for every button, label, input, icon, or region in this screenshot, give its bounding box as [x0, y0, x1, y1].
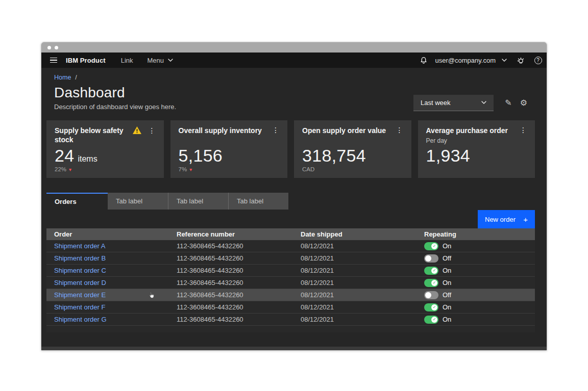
card-title: Average purchase order — [426, 126, 520, 136]
reference-number: 112-3608465-4432260 — [169, 279, 293, 286]
table-row-hovered[interactable]: Shipment order E 112-3608465-4432260 08/… — [46, 289, 535, 301]
repeating-toggle[interactable]: ✓ — [424, 254, 438, 263]
table-row[interactable]: Shipment order G 112-3608465-4432260 08/… — [46, 314, 535, 326]
toggle-label: On — [443, 279, 451, 286]
tab-bar: Orders Tab label Tab label Tab label — [46, 193, 547, 210]
column-header-order[interactable]: Order — [46, 230, 169, 238]
header-controls: Last week ✎ ⚙ — [413, 91, 531, 114]
help-icon: ? — [534, 57, 542, 64]
column-header-reference[interactable]: Reference number — [169, 230, 293, 238]
toggle-knob: ✓ — [431, 317, 437, 323]
card-supply-below-safety-stock: Supply below safety stock ⋮ 24 items — [46, 120, 164, 178]
toggle-label: On — [443, 316, 451, 323]
overflow-menu-icon[interactable]: ⋮ — [272, 126, 279, 134]
toggle-label: On — [443, 267, 451, 274]
check-icon: ✓ — [433, 305, 436, 309]
card-average-purchase-order: Average purchase order ⋮ Per day 1,934 — [418, 120, 535, 178]
overflow-menu-icon[interactable]: ⋮ — [396, 126, 403, 134]
tab-orders[interactable]: Orders — [46, 193, 108, 210]
card-value: 318,754 — [302, 147, 366, 164]
top-navbar: IBM Product Link Menu user@company.com — [41, 53, 547, 68]
repeating-toggle[interactable]: ✓ — [424, 303, 438, 311]
window-control-dot[interactable] — [55, 46, 58, 49]
page-header: Home / Dashboard Description of dashboar… — [41, 68, 547, 114]
chevron-down-icon — [481, 101, 486, 104]
check-icon: ✓ — [433, 318, 436, 322]
product-name: IBM Product — [66, 57, 106, 64]
repeating-toggle[interactable]: ✓ — [424, 267, 438, 275]
toggle-label: On — [443, 242, 451, 250]
toggle-knob: ✓ — [431, 243, 437, 249]
new-order-button[interactable]: New order + — [478, 210, 535, 228]
nav-link[interactable]: Link — [121, 57, 133, 64]
breadcrumb: Home / — [54, 74, 176, 81]
toggle-knob: ✓ — [431, 268, 437, 274]
table-row[interactable]: Shipment order B 112-3608465-4432260 08/… — [46, 252, 535, 265]
order-link[interactable]: Shipment order C — [54, 267, 106, 274]
order-link[interactable]: Shipment order B — [54, 254, 106, 262]
window-control-dot[interactable] — [47, 46, 51, 49]
repeating-toggle[interactable]: ✓ — [424, 291, 438, 299]
order-link[interactable]: Shipment order E — [54, 291, 106, 299]
toggle-label: Off — [443, 254, 451, 262]
order-link[interactable]: Shipment order A — [54, 242, 105, 250]
nav-menu[interactable]: Menu — [148, 57, 174, 64]
date-shipped: 08/12/2021 — [293, 242, 416, 250]
browser-window: IBM Product Link Menu user@company.com — [41, 42, 547, 351]
table-row[interactable]: Shipment order D 112-3608465-4432260 08/… — [46, 277, 535, 289]
card-trend: 22% ▾ — [55, 166, 156, 173]
bell-icon — [420, 56, 428, 64]
date-shipped: 08/12/2021 — [293, 303, 416, 311]
reference-number: 112-3608465-4432260 — [169, 254, 293, 262]
tab-label-2[interactable]: Tab label — [108, 193, 168, 210]
chevron-down-icon — [168, 59, 173, 62]
table-row[interactable]: Shipment order C 112-3608465-4432260 08/… — [46, 265, 535, 277]
time-range-dropdown[interactable]: Last week — [413, 95, 494, 111]
toggle-knob: ✓ — [425, 292, 431, 298]
repeating-toggle[interactable]: ✓ — [424, 316, 438, 324]
order-link[interactable]: Shipment order G — [54, 316, 107, 323]
overflow-menu-icon[interactable]: ⋮ — [520, 126, 527, 134]
card-title: Supply below safety stock — [55, 126, 133, 144]
dropdown-selected-value: Last week — [421, 99, 451, 107]
tab-label-4[interactable]: Tab label — [228, 193, 288, 210]
plus-icon: + — [523, 215, 528, 224]
card-unit: items — [78, 154, 97, 164]
toggle-label: On — [443, 303, 451, 311]
card-subtitle: Per day — [426, 137, 527, 144]
help-button[interactable]: ? — [529, 53, 547, 68]
orders-table: Order Reference number Date shipped Repe… — [46, 228, 535, 332]
card-value: 24 — [55, 147, 74, 164]
user-account-menu[interactable]: user@company.com — [435, 57, 507, 64]
notifications-button[interactable] — [415, 53, 432, 68]
settings-button[interactable]: ⚙ — [516, 95, 531, 111]
idea-bulb-icon — [516, 56, 525, 65]
repeating-toggle[interactable]: ✓ — [424, 279, 438, 287]
card-title: Open supply order value — [302, 126, 396, 136]
reference-number: 112-3608465-4432260 — [169, 316, 293, 323]
order-link[interactable]: Shipment order D — [54, 279, 106, 286]
tab-label-3[interactable]: Tab label — [168, 193, 228, 210]
edit-button[interactable]: ✎ — [501, 95, 516, 111]
reference-number: 112-3608465-4432260 — [169, 303, 293, 311]
card-value: 1,934 — [426, 147, 471, 164]
table-row[interactable]: Shipment order F 112-3608465-4432260 08/… — [46, 301, 535, 314]
trend-down-icon: ▾ — [69, 167, 71, 172]
whats-new-button[interactable] — [512, 53, 529, 68]
repeating-toggle[interactable]: ✓ — [424, 242, 438, 250]
hamburger-menu-icon[interactable] — [41, 53, 66, 68]
breadcrumb-home-link[interactable]: Home — [54, 74, 71, 81]
card-footnote: CAD — [302, 166, 403, 173]
reference-number: 112-3608465-4432260 — [169, 267, 293, 274]
table-row[interactable]: Shipment order A 112-3608465-4432260 08/… — [46, 240, 535, 252]
card-value: 5,156 — [179, 147, 223, 164]
window-titlebar[interactable] — [41, 42, 547, 53]
order-link[interactable]: Shipment order F — [54, 303, 105, 311]
overflow-menu-icon[interactable]: ⋮ — [149, 127, 156, 134]
column-header-repeating[interactable]: Repeating — [416, 230, 535, 238]
column-header-date[interactable]: Date shipped — [293, 230, 416, 238]
page-title: Dashboard — [54, 85, 176, 101]
chevron-down-icon — [502, 59, 507, 62]
pencil-icon: ✎ — [505, 98, 511, 108]
reference-number: 112-3608465-4432260 — [169, 242, 293, 250]
